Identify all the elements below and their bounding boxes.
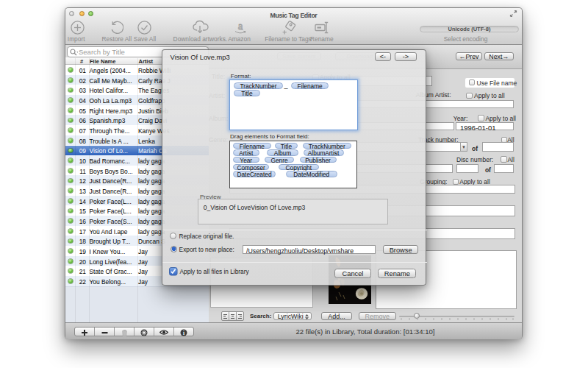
svg-text:a: a	[238, 21, 243, 32]
svg-text:i: i	[183, 329, 184, 336]
